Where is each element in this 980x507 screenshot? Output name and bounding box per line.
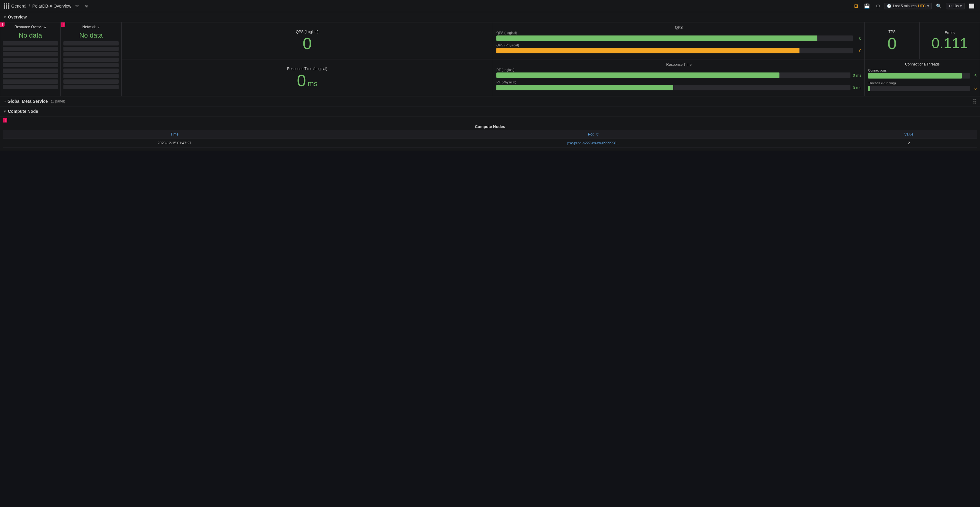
- skeleton-line: [3, 68, 58, 73]
- settings-button[interactable]: ⚙: [874, 2, 882, 10]
- network-title: Network: [82, 25, 95, 29]
- skeleton-line: [3, 57, 58, 62]
- rt-physical-bar-track: 0 ms: [496, 85, 861, 91]
- compute-alert-badge: !: [3, 118, 7, 122]
- overview-chevron: ∨: [4, 15, 6, 19]
- time-range-button[interactable]: 🕐 Last 5 minutes UTC ▾: [884, 3, 932, 10]
- breadcrumb-home[interactable]: General: [11, 4, 26, 8]
- connections-threads-title: Connections/Threads: [868, 62, 977, 67]
- threads-bar-bg: [868, 86, 970, 91]
- compute-node-chevron: ∨: [4, 110, 6, 113]
- resource-overview-panel: ! Resource Overview No data: [0, 22, 61, 96]
- threads-row: Threads (Running) 0: [868, 81, 977, 91]
- share-button[interactable]: ⤨: [83, 2, 90, 10]
- star-button[interactable]: ☆: [73, 2, 81, 10]
- col-time: Time: [3, 130, 346, 139]
- resource-overview-title: Resource Overview: [3, 25, 58, 29]
- network-title-row: Network ∨: [64, 25, 119, 29]
- compute-alert-row: !: [3, 116, 977, 122]
- network-nodata: No data: [64, 32, 119, 40]
- skeleton-line: [64, 41, 119, 46]
- table-row: 2023-12-15 01:47:27 pxc-prod-h227-cn-cn-…: [3, 139, 977, 148]
- threads-value: 0: [972, 86, 977, 91]
- response-time-panel: Response Time RT (Logical) 0 ms RT (Phys…: [493, 59, 865, 96]
- zoom-out-button[interactable]: 🔍: [934, 2, 943, 10]
- skeleton-line: [64, 85, 119, 89]
- refresh-icon: ↻: [949, 4, 952, 8]
- skeleton-line: [3, 63, 58, 67]
- qps-physical-bar-fill: [496, 48, 799, 53]
- col-pod: Pod ▽: [346, 130, 841, 139]
- resource-nodata: No data: [3, 32, 58, 40]
- table-header-row: Time Pod ▽ Value: [3, 130, 977, 139]
- qps-logical-title: QPS (Logical): [296, 30, 318, 34]
- rt-logical-bar-bg: [496, 73, 850, 78]
- grid-icon[interactable]: [4, 3, 10, 9]
- skeleton-line: [3, 74, 58, 78]
- rt-physical-row: RT (Physical) 0 ms: [496, 80, 861, 91]
- errors-panel: Errors 0.111: [919, 22, 980, 59]
- rt-logical-label: RT (Logical): [496, 68, 861, 72]
- topbar-left: General / PolarDB-X Overview ☆ ⤨: [4, 2, 850, 10]
- qps-logical-bar-track: 0: [496, 35, 861, 41]
- cell-value: 2: [841, 139, 977, 148]
- response-time-title: Response Time: [496, 62, 861, 67]
- connections-threads-panel: Connections/Threads Connections 6 Thread…: [865, 59, 980, 96]
- qps-logical-panel: QPS (Logical) 0: [121, 22, 493, 59]
- qps-physical-label: QPS (Physical): [496, 43, 861, 47]
- overview-label: Overview: [8, 14, 27, 19]
- page-title: PolarDB-X Overview: [32, 4, 71, 8]
- overview-grid: ! Resource Overview No data ! Network ∨ …: [0, 22, 980, 97]
- network-alert-badge: !: [61, 22, 65, 27]
- connections-value: 6: [972, 73, 977, 78]
- qps-logical-row: QPS (Logical) 0: [496, 31, 861, 41]
- utc-label: UTC: [918, 4, 926, 8]
- rt-physical-bar-fill: [496, 85, 673, 91]
- refresh-button[interactable]: ↻ 10s ▾: [946, 3, 964, 10]
- skeleton-line: [3, 85, 58, 89]
- response-time-logical-panel: Response Time (Logical) 0 ms: [121, 59, 493, 96]
- skeleton-line: [64, 74, 119, 78]
- qps-logical-bar-bg: [496, 35, 853, 41]
- response-time-logical-unit: ms: [308, 79, 318, 88]
- skeleton-line: [64, 47, 119, 51]
- threads-label: Threads (Running): [868, 81, 977, 85]
- breadcrumb: General / PolarDB-X Overview: [11, 4, 71, 8]
- compute-nodes-table-body: 2023-12-15 01:47:27 pxc-prod-h227-cn-cn-…: [3, 139, 977, 148]
- global-meta-chevron: >: [4, 99, 5, 103]
- qps-panel: QPS QPS (Logical) 0 QPS (Physical) 0: [493, 22, 865, 59]
- topbar: General / PolarDB-X Overview ☆ ⤨ ⊞ 💾 ⚙ 🕐…: [0, 0, 980, 12]
- rt-logical-bar-fill: [496, 73, 780, 78]
- filter-icon[interactable]: ▽: [596, 133, 599, 136]
- skeleton-line: [3, 41, 58, 46]
- pod-col-label: Pod: [588, 132, 594, 137]
- tps-title: TPS: [888, 30, 895, 34]
- network-dropdown-icon[interactable]: ∨: [97, 25, 100, 29]
- compute-node-section-header[interactable]: ∨ Compute Node: [0, 106, 980, 116]
- chevron-down-icon: ▾: [927, 4, 929, 8]
- errors-title: Errors: [945, 31, 955, 35]
- skeleton-line: [64, 52, 119, 56]
- threads-bar-fill: [868, 86, 870, 91]
- rt-physical-label: RT (Physical): [496, 80, 861, 84]
- cell-pod[interactable]: pxc-prod-h227-cn-cn-6999998...: [346, 139, 841, 148]
- tps-value: 0: [888, 35, 897, 52]
- connections-row: Connections 6: [868, 68, 977, 78]
- time-range-label: Last 5 minutes: [893, 4, 916, 8]
- global-meta-section-header[interactable]: > Global Meta Service (1 panel): [0, 97, 980, 106]
- qps-logical-value: 0: [302, 35, 312, 52]
- skeleton-line: [3, 47, 58, 51]
- rt-logical-bar-track: 0 ms: [496, 73, 861, 78]
- network-skeleton: [64, 41, 119, 94]
- kiosk-button[interactable]: ⬜: [967, 2, 976, 10]
- qps-title: QPS: [496, 25, 861, 30]
- overview-section-header[interactable]: ∨ Overview: [0, 12, 980, 22]
- add-panel-button[interactable]: ⊞: [852, 2, 860, 10]
- rt-logical-row: RT (Logical) 0 ms: [496, 68, 861, 78]
- save-button[interactable]: 💾: [862, 2, 872, 10]
- response-time-logical-value: 0: [297, 72, 306, 89]
- connections-bar-row: 6: [868, 73, 977, 78]
- global-meta-sub: (1 panel): [51, 99, 65, 103]
- errors-value: 0.111: [931, 36, 968, 51]
- qps-physical-bar-bg: [496, 48, 853, 53]
